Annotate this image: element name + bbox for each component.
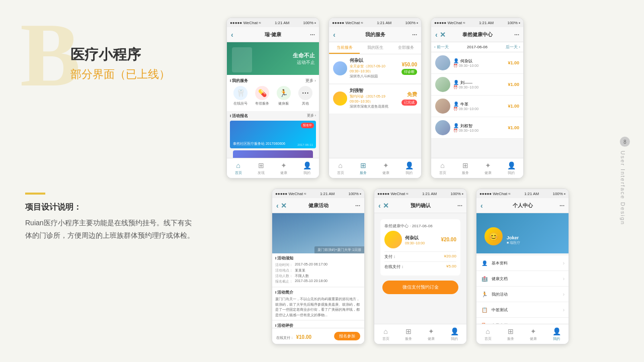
tab-all-service[interactable]: 全部服务 <box>390 42 421 54</box>
tab-health-1[interactable]: ✦ 健康 <box>280 161 287 175</box>
phone1-activity-text: 泰然社区医疗服务站 2017060606 <box>233 141 285 146</box>
service-icon-3[interactable]: 🏃 健身服 <box>277 86 291 106</box>
confirm-doc-time: 09:30~10:00 <box>405 241 438 245</box>
arrow-records: › <box>563 323 565 324</box>
pay-button[interactable]: 微信支付预约订金 <box>382 281 458 294</box>
tab-service-label-6: 服务 <box>507 336 514 341</box>
phones-top-row: ●●●●● WeChat ≈ 1:21 AM 100% ▪ ‹ 瑞·健康 ···… <box>226 18 524 178</box>
back-icon-3[interactable]: ‹ ✕ <box>435 31 446 39</box>
service-icon-4[interactable]: ⋯ 其他 <box>298 86 312 106</box>
phone-health-activity: ●●●●● WeChat ≈ 1:21 AM 100% ▪ ‹ ✕ 健康活动 ·… <box>272 189 365 344</box>
tab-home-5[interactable]: ⌂ 首页 <box>382 327 389 341</box>
phone1-activity-card[interactable]: 泰然社区医疗服务站 2017060606 报名中 2017-06-11 <box>230 121 316 148</box>
tab-service-label-5: 服务 <box>405 336 412 341</box>
doc3-name-3: 牛革 <box>460 102 468 107</box>
tab-my-doctor[interactable]: 我的医生 <box>360 42 390 54</box>
date-next[interactable]: 后一天 › <box>506 44 520 50</box>
doctor-row-4[interactable]: 👤 刘权智 ⏰ 09:30~10:00 ¥1.00 <box>431 117 523 139</box>
doc-name-1: 何杂以 <box>350 57 399 64</box>
tab-home-1[interactable]: ⌂ 首页 <box>235 161 242 175</box>
phone3-content: ‹ 前一天 2017-06-06 后一天 › 👤 何杂以 ⏰ 09:30~10:… <box>431 42 523 158</box>
service-icon-1[interactable]: 🦷 在线挂号 <box>233 86 248 106</box>
tab-discover-1[interactable]: ⊞ 发现 <box>258 161 265 175</box>
menu-item-profile[interactable]: 👤 基本资料 › <box>476 255 569 271</box>
phone1-icons-row: 🦷 在线挂号 💊 有偿服务 🏃 健身服 ⋯ 其他 <box>230 86 316 106</box>
tab-mine-3[interactable]: 👤 我的 <box>507 161 516 175</box>
phone5-bottom-bar: ⌂ 首页 ⊞ 服务 ✦ 健康 👤 我的 <box>374 324 466 344</box>
back-icon-1[interactable]: ‹ <box>231 31 233 39</box>
tab-health-3[interactable]: ✦ 健康 <box>485 161 492 175</box>
tab-service-3[interactable]: ⊞ 服务 <box>462 161 469 175</box>
doc3-avatar-4 <box>435 120 450 135</box>
more-icon-3[interactable]: ··· <box>514 31 519 38</box>
phone-booking-confirm: ●●●●● WeChat ≈ 1:21 AM 100% ▪ ‹ ✕ 预约确认 ·… <box>374 189 467 344</box>
appointment-item-1[interactable]: 何杂以 全天诊室（2017-09-10 09:30~10:30） 深圳市八斗科技… <box>329 54 421 84</box>
tab-current-service[interactable]: 当前服务 <box>329 42 360 54</box>
doc3-price-3: ¥1.00 <box>508 104 519 109</box>
tab-home-6[interactable]: ⌂ 首页 <box>485 327 492 341</box>
menu-label-activity: 我的活动 <box>492 292 560 297</box>
tab-service-6[interactable]: ⊞ 服务 <box>507 327 514 341</box>
tab-home-label-6: 首页 <box>485 336 492 341</box>
page-title-sub: 部分界面（已上线） <box>70 67 216 82</box>
doctor-row-3[interactable]: 👤 牛革 ⏰ 09:30~10:00 ¥1.00 <box>431 96 523 117</box>
menu-item-records[interactable]: 🏪 电子病历 › <box>476 318 569 324</box>
tab-service-2[interactable]: ⊞ 服务 <box>360 161 367 175</box>
menu-item-health[interactable]: 🏥 健康文档 › <box>476 271 569 287</box>
page-title-main: 医疗小程序 <box>70 45 216 64</box>
services-more[interactable]: 更多 › <box>305 78 316 83</box>
tab-service-5[interactable]: ⊞ 服务 <box>405 327 412 341</box>
phone4-activity-intro: I 活动简介 厦门门岛天一，不以山见长的岛屿最重要的游玩地方，鼓浪屿，鼓了大学先… <box>272 288 364 320</box>
time-4: 1:21 AM <box>320 192 335 196</box>
activity-more[interactable]: 更多 › <box>307 113 316 119</box>
tab-mine-5[interactable]: 👤 我的 <box>450 327 459 341</box>
tab-home-2[interactable]: ⌂ 首页 <box>337 161 344 175</box>
book-button[interactable]: 报名参加 <box>334 332 360 340</box>
back-icon-4[interactable]: ‹ ✕ <box>276 202 287 210</box>
tab-mine-1[interactable]: 👤 我的 <box>303 161 311 175</box>
more-icon-5[interactable]: ··· <box>457 202 462 209</box>
doctor-row-2[interactable]: 👤 刘—— ⏰ 09:30~10:00 ¥1.00 <box>431 74 523 96</box>
date-prev[interactable]: ‹ 前一天 <box>434 44 449 50</box>
nav-bar-3: ‹ ✕ 泰然健康中心 ··· <box>431 27 523 42</box>
more-icon-4[interactable]: ··· <box>355 202 360 209</box>
tab-mine-6[interactable]: 👤 我的 <box>552 327 561 341</box>
nav-bar-4: ‹ ✕ 健康活动 ··· <box>272 198 364 213</box>
doc-name-2: 刘强智 <box>350 87 399 94</box>
phone-personal-center: ●●●●● WeChat ≈ 1:21 AM 100% ▪ ‹ 个人中心 ···… <box>476 189 569 344</box>
service-icon-2[interactable]: 💊 有偿服务 <box>255 86 269 106</box>
doc3-avatar-3 <box>435 99 450 114</box>
status-bar-3: ●●●●● WeChat ≈ 1:21 AM 100% ▪ <box>431 18 523 27</box>
phone5-content: 泰然健康中心 · 2017-06-06 何杂以 09:30~10:00 ¥20.… <box>374 213 466 324</box>
time-6: 1:21 AM <box>524 192 539 196</box>
tab-health-6[interactable]: ✦ 健康 <box>530 327 537 341</box>
more-icon-1[interactable]: ··· <box>310 31 315 38</box>
activity-rating-title: I 活动评价 <box>275 323 361 328</box>
activity-intro-text: 厦门门岛天一，不以山见长的岛屿最重要的游玩地方，鼓浪屿，鼓了大学先后顺序参观集美… <box>275 297 361 318</box>
phone2-bottom-bar: ⌂ 首页 ⊞ 服务 ✦ 健康 👤 我的 <box>329 158 421 178</box>
doc3-time-4: ⏰ 09:30~10:00 <box>453 129 505 133</box>
menu-item-activity[interactable]: 🏃 我的活动 › <box>476 287 569 302</box>
phone6-content: 😊 Joker ■ 瑞医疗 👤 基本资料 › 🏥 健康文档 › <box>476 213 569 324</box>
records-icon: 🏪 <box>480 321 489 324</box>
tab-health-2[interactable]: ✦ 健康 <box>382 161 389 175</box>
phone4-banner: 厦门鼓浪屿+厦门大学 1日游 <box>272 213 364 253</box>
doc-avatar-2 <box>333 92 347 106</box>
doc3-avatar-2 <box>435 77 450 92</box>
back-icon-5[interactable]: ‹ ✕ <box>378 202 389 210</box>
back-icon-6[interactable]: ‹ <box>480 202 483 210</box>
doc3-price-2: ¥1.00 <box>508 82 519 87</box>
doctor-row-1[interactable]: 👤 何杂以 ⏰ 09:30~10:00 ¥1.00 <box>431 52 523 74</box>
fee-value-1: ¥20.00 <box>444 254 456 259</box>
back-icon-2[interactable]: ‹ <box>333 31 336 39</box>
more-icon-2[interactable]: ··· <box>412 31 417 38</box>
tab-mine-2[interactable]: 👤 我的 <box>405 161 414 175</box>
menu-item-test[interactable]: 📋 中签测试 › <box>476 302 569 318</box>
more-icon-6[interactable]: ··· <box>559 202 565 209</box>
tab-home-3[interactable]: ⌂ 首页 <box>439 161 446 175</box>
tab-health-5[interactable]: ✦ 健康 <box>428 327 435 341</box>
menu-label-records: 电子病历 <box>492 323 560 324</box>
tab-discover-label-1: 发现 <box>258 170 265 175</box>
appointment-item-2[interactable]: 刘强智 预约问诊（2017-05-19 09:00~10:30） 深圳市深南大道… <box>329 84 421 114</box>
phone1-services: I 我的服务 更多 › 🦷 在线挂号 💊 有偿服务 🏃 健身服 <box>227 75 319 111</box>
